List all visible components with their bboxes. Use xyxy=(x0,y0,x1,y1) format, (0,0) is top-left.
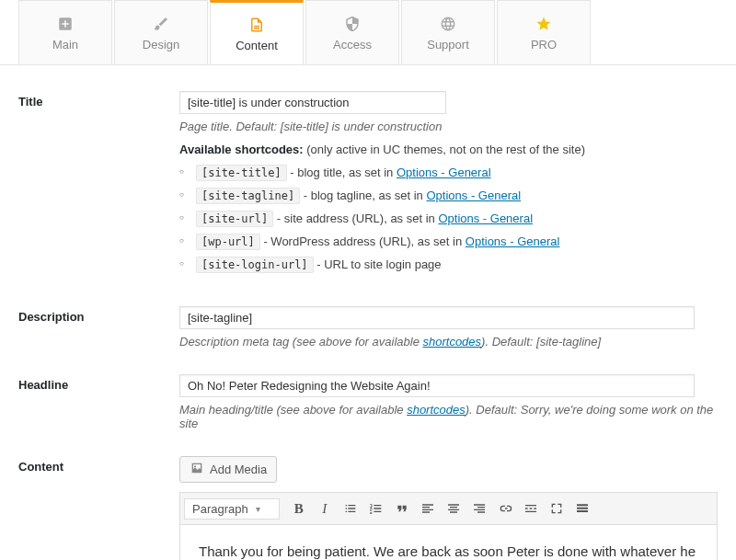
link-button[interactable] xyxy=(493,497,517,520)
tab-design[interactable]: Design xyxy=(114,0,208,64)
row-content: Content Add Media Paragraph B I xyxy=(18,456,718,560)
tab-label: Support xyxy=(427,38,469,51)
tab-access[interactable]: Access xyxy=(305,0,399,64)
align-center-button[interactable] xyxy=(442,497,466,520)
shortcode-code: [wp-url] xyxy=(196,234,260,250)
shortcode-item: [site-url] - site address (URL), as set … xyxy=(179,211,718,225)
label-headline: Headline xyxy=(18,374,179,430)
title-input[interactable] xyxy=(179,91,446,114)
format-select[interactable]: Paragraph xyxy=(184,498,280,520)
shortcode-code: [site-login-url] xyxy=(196,257,314,273)
lifebuoy-icon xyxy=(440,14,456,34)
shortcodes-list: [site-title] - blog title, as set in Opt… xyxy=(179,166,718,271)
form-body: Title Page title. Default: [site-title] … xyxy=(0,65,736,560)
shortcode-code: [site-url] xyxy=(196,211,273,227)
row-headline: Headline Main heading/title (see above f… xyxy=(18,374,718,430)
align-right-button[interactable] xyxy=(467,497,491,520)
editor-toolbar: Paragraph B I xyxy=(179,492,718,525)
description-input[interactable] xyxy=(179,306,695,329)
star-icon xyxy=(535,14,552,34)
shield-icon xyxy=(344,14,361,34)
tab-label: Design xyxy=(143,38,179,51)
document-icon xyxy=(248,15,265,35)
shortcode-code: [site-title] xyxy=(196,165,287,181)
label-description: Description xyxy=(18,306,179,349)
tab-pro[interactable]: PRO xyxy=(497,0,591,64)
more-button[interactable] xyxy=(519,497,543,520)
label-content: Content xyxy=(18,456,179,560)
options-general-link[interactable]: Options - General xyxy=(438,211,533,225)
italic-button[interactable]: I xyxy=(313,497,337,520)
media-icon xyxy=(190,461,204,478)
title-hint: Page title. Default: [site-title] is und… xyxy=(179,120,718,133)
shortcode-item: [site-title] - blog title, as set in Opt… xyxy=(179,166,718,179)
blockquote-button[interactable] xyxy=(390,497,414,520)
add-media-button[interactable]: Add Media xyxy=(179,456,277,483)
description-hint: Description meta tag (see above for avai… xyxy=(179,335,718,349)
tab-main[interactable]: Main xyxy=(18,0,112,64)
fullscreen-button[interactable] xyxy=(545,497,569,520)
options-general-link[interactable]: Options - General xyxy=(426,189,521,202)
label-title: Title xyxy=(18,91,179,280)
content-editor[interactable]: Thank you for being patient. We are back… xyxy=(179,525,718,560)
tabs-nav: Main Design Content Access Support PRO xyxy=(0,0,736,65)
shortcodes-lead: Available shortcodes: (only active in UC… xyxy=(179,143,718,156)
bold-button[interactable]: B xyxy=(287,497,311,520)
shortcodes-link[interactable]: shortcodes xyxy=(407,403,466,417)
bullet-list-button[interactable] xyxy=(339,497,362,520)
shortcode-item: [wp-url] - WordPress address (URL), as s… xyxy=(179,234,718,248)
tab-label: Content xyxy=(236,39,278,52)
shortcode-item: [site-login-url] - URL to site login pag… xyxy=(179,257,718,271)
numbered-list-button[interactable] xyxy=(364,497,388,520)
shortcodes-link[interactable]: shortcodes xyxy=(422,335,481,349)
plus-square-icon xyxy=(57,14,74,34)
options-general-link[interactable]: Options - General xyxy=(397,166,491,179)
headline-input[interactable] xyxy=(179,374,695,397)
kitchen-sink-button[interactable] xyxy=(570,497,594,520)
tab-label: PRO xyxy=(531,38,557,51)
tab-label: Access xyxy=(333,38,372,51)
tab-label: Main xyxy=(52,38,78,51)
shortcode-code: [site-tagline] xyxy=(196,188,300,204)
tab-support[interactable]: Support xyxy=(401,0,495,64)
row-description: Description Description meta tag (see ab… xyxy=(18,306,718,349)
options-general-link[interactable]: Options - General xyxy=(466,234,560,248)
align-left-button[interactable] xyxy=(416,497,440,520)
brush-icon xyxy=(153,14,169,34)
row-title: Title Page title. Default: [site-title] … xyxy=(18,91,718,280)
headline-hint: Main heading/title (see above for availa… xyxy=(179,403,718,430)
shortcode-item: [site-tagline] - blog tagline, as set in… xyxy=(179,189,718,202)
tab-content[interactable]: Content xyxy=(210,0,304,64)
